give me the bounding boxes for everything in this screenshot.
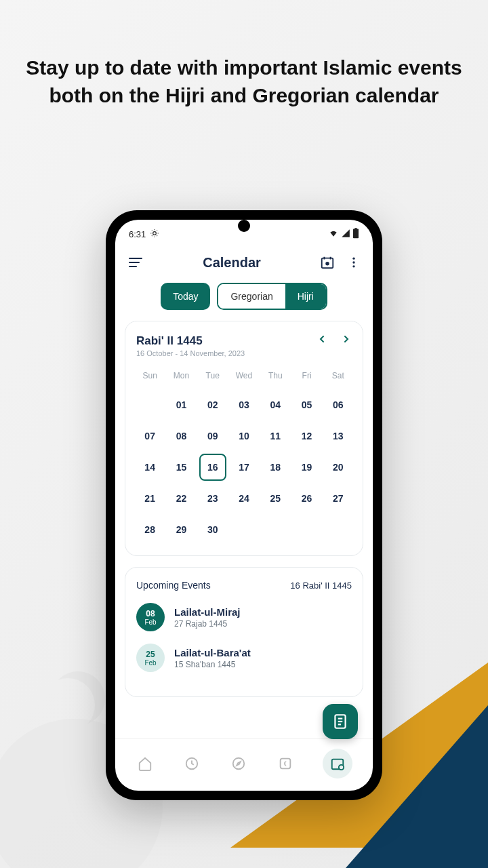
svg-point-22 — [338, 765, 343, 770]
sun-icon — [150, 229, 159, 240]
calendar-day[interactable]: 03 — [230, 391, 258, 418]
calendar-day[interactable]: 15 — [167, 454, 195, 481]
calendar-card: Rabi' II 1445 16 October - 14 November, … — [125, 321, 363, 556]
event-row[interactable]: 25FebLailat-ul-Bara'at15 Sha'ban 1445 — [136, 644, 352, 672]
app-header: Calendar — [115, 245, 373, 283]
calendar-day[interactable]: 30 — [199, 516, 226, 543]
svg-point-10 — [352, 258, 354, 260]
event-subtitle: 15 Sha'ban 1445 — [174, 660, 251, 669]
calendar-day[interactable]: 11 — [262, 422, 289, 450]
calendar-day[interactable]: 06 — [325, 391, 352, 418]
month-title: Rabi' II 1445 — [136, 334, 203, 348]
bottom-nav — [115, 738, 373, 791]
calendar-tabs: Today Gregorian Hijri — [115, 283, 373, 321]
calendar-day[interactable]: 26 — [293, 485, 320, 512]
calendar-day[interactable]: 10 — [230, 422, 258, 450]
events-today-date: 16 Rabi' II 1445 — [290, 580, 352, 591]
calendar-day[interactable]: 14 — [136, 454, 163, 481]
calendar-day[interactable]: 12 — [293, 422, 320, 450]
calendar-day[interactable]: 13 — [325, 422, 352, 450]
promo-headline: Stay up to date with important Islamic e… — [0, 0, 488, 130]
svg-point-9 — [326, 262, 329, 265]
battery-icon — [352, 228, 359, 241]
calendar-day[interactable]: 24 — [230, 485, 258, 512]
calendar-day[interactable]: 18 — [262, 454, 289, 481]
calendar-today-button[interactable] — [320, 255, 335, 270]
month-subtitle: 16 October - 14 November, 2023 — [136, 349, 352, 357]
dow-label: Sat — [325, 367, 352, 387]
calendar-day[interactable]: 25 — [262, 485, 289, 512]
wifi-icon — [328, 229, 339, 240]
tab-hijri[interactable]: Hijri — [285, 284, 326, 309]
status-time: 6:31 — [129, 229, 146, 239]
calendar-day[interactable]: 01 — [167, 391, 195, 418]
calendar-day[interactable]: 27 — [325, 485, 352, 512]
calendar-day[interactable]: 08 — [167, 422, 195, 450]
calendar-type-toggle: Gregorian Hijri — [217, 283, 327, 310]
calendar-day[interactable]: 05 — [293, 391, 320, 418]
event-date-badge: 08Feb — [136, 603, 165, 631]
svg-point-18 — [233, 758, 245, 770]
nav-compass[interactable] — [229, 754, 248, 773]
events-card: Upcoming Events 16 Rabi' II 1445 08FebLa… — [125, 567, 363, 697]
next-month-button[interactable] — [341, 334, 352, 348]
phone-frame: 6:31 Calendar — [106, 210, 382, 800]
tab-gregorian[interactable]: Gregorian — [218, 284, 285, 309]
dow-label: Sun — [136, 367, 163, 387]
dow-label: Tue — [199, 367, 226, 387]
calendar-day[interactable]: 23 — [199, 485, 226, 512]
menu-button[interactable] — [127, 254, 144, 271]
dow-label: Mon — [167, 367, 195, 387]
calendar-day[interactable]: 19 — [293, 454, 320, 481]
phone-screen: 6:31 Calendar — [115, 220, 373, 791]
prev-month-button[interactable] — [317, 334, 327, 348]
calendar-grid: SunMonTueWedThuFriSat0102030405060708091… — [136, 367, 352, 543]
nav-clock[interactable] — [182, 754, 201, 773]
svg-point-11 — [352, 261, 354, 263]
more-menu-button[interactable] — [347, 256, 361, 269]
today-button[interactable]: Today — [161, 283, 210, 310]
notes-fab[interactable] — [323, 704, 358, 739]
dow-label: Wed — [230, 367, 258, 387]
event-name: Lailat-ul-Miraj — [174, 606, 241, 618]
calendar-day[interactable]: 07 — [136, 422, 163, 450]
calendar-day[interactable]: 02 — [199, 391, 226, 418]
calendar-day[interactable]: 29 — [167, 516, 195, 543]
event-date-badge: 25Feb — [136, 644, 165, 672]
calendar-day[interactable]: 22 — [167, 485, 195, 512]
events-title: Upcoming Events — [136, 580, 211, 591]
nav-home[interactable] — [136, 754, 155, 773]
calendar-day[interactable]: 28 — [136, 516, 163, 543]
calendar-day[interactable]: 16 — [199, 454, 226, 481]
svg-marker-19 — [237, 762, 241, 766]
svg-point-12 — [352, 265, 354, 267]
signal-icon — [341, 229, 350, 240]
camera-hole — [238, 220, 250, 232]
calendar-day[interactable]: 21 — [136, 485, 163, 512]
svg-point-0 — [153, 232, 157, 235]
event-row[interactable]: 08FebLailat-ul-Miraj27 Rajab 1445 — [136, 603, 352, 631]
dow-label: Fri — [293, 367, 320, 387]
svg-rect-1 — [353, 229, 359, 239]
calendar-day[interactable]: 09 — [199, 422, 226, 450]
event-subtitle: 27 Rajab 1445 — [174, 619, 241, 629]
page-title: Calendar — [203, 255, 261, 271]
calendar-day[interactable]: 04 — [262, 391, 289, 418]
calendar-day[interactable]: 17 — [230, 454, 258, 481]
nav-calendar[interactable] — [323, 749, 352, 778]
svg-rect-2 — [354, 228, 357, 229]
event-name: Lailat-ul-Bara'at — [174, 647, 251, 658]
dow-label: Thu — [262, 367, 289, 387]
nav-moon[interactable] — [276, 754, 295, 773]
calendar-day[interactable]: 20 — [325, 454, 352, 481]
